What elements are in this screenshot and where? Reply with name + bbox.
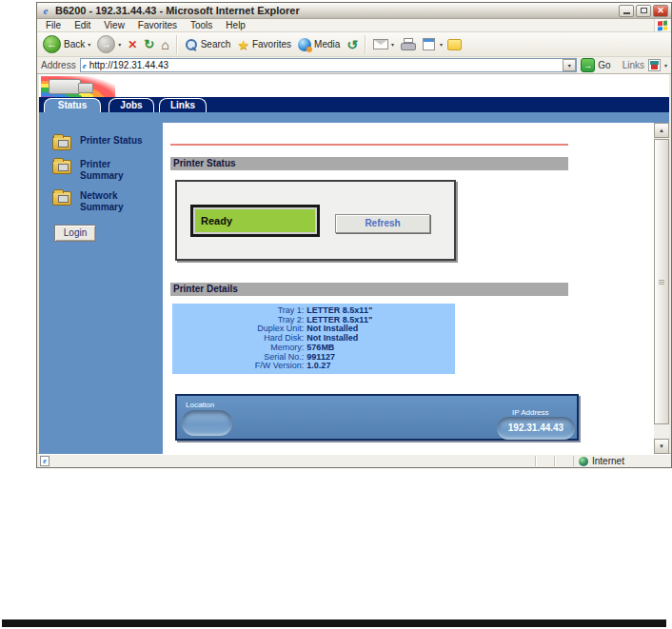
window-titlebar: e B6200 - 192.31.44.43 - Microsoft Inter… bbox=[37, 3, 671, 19]
folder-icon bbox=[52, 136, 71, 150]
restore-icon bbox=[641, 8, 647, 13]
status-panel: Ready Refresh bbox=[175, 180, 456, 261]
menu-help[interactable]: Help bbox=[219, 20, 252, 30]
media-button[interactable]: Media bbox=[296, 37, 342, 52]
messenger-button[interactable] bbox=[445, 38, 464, 51]
forward-dropdown-icon[interactable]: ▾ bbox=[118, 41, 121, 48]
address-label: Address bbox=[41, 60, 76, 70]
sidebar-item-label: Network Summary bbox=[80, 190, 150, 213]
tab-jobs[interactable]: Jobs bbox=[109, 98, 154, 112]
go-icon: → bbox=[581, 58, 595, 72]
location-ip-bar: Location IP Address 192.31.44.43 bbox=[175, 394, 579, 441]
sidebar-item-printer-summary[interactable]: Printer Summary bbox=[39, 159, 163, 182]
stop-button[interactable]: ✕ bbox=[126, 37, 139, 52]
windows-logo-icon bbox=[654, 19, 670, 31]
internet-zone-icon bbox=[579, 457, 588, 466]
home-icon: ⌂ bbox=[161, 37, 168, 52]
menu-view[interactable]: View bbox=[97, 20, 131, 30]
minimize-icon bbox=[623, 12, 630, 14]
scroll-down-button[interactable]: ▼ bbox=[654, 439, 669, 454]
sidebar-item-network-summary[interactable]: Network Summary bbox=[39, 190, 163, 213]
back-button[interactable]: ← Back ▾ bbox=[41, 34, 92, 54]
status-bar-cell bbox=[554, 456, 573, 466]
location-value-pill bbox=[182, 410, 232, 436]
printer-brand-logo bbox=[41, 76, 115, 97]
toolbar-dropdown-icon[interactable]: ▾ bbox=[440, 41, 443, 48]
page-favicon: e bbox=[83, 61, 87, 70]
status-bar-cell bbox=[535, 456, 554, 466]
menu-bar: File Edit View Favorites Tools Help bbox=[37, 19, 671, 32]
tab-underline-strip bbox=[39, 112, 669, 123]
folder-icon bbox=[52, 160, 71, 174]
main-content: Printer Status Ready Refresh Printer Det… bbox=[163, 123, 654, 454]
back-icon: ← bbox=[43, 35, 61, 53]
restore-button[interactable] bbox=[636, 5, 651, 17]
address-url[interactable]: http://192.31.44.43 bbox=[89, 60, 561, 70]
sidebar-item-printer-status[interactable]: Printer Status bbox=[39, 135, 163, 150]
menu-favorites[interactable]: Favorites bbox=[131, 20, 184, 30]
go-button[interactable]: → Go bbox=[581, 58, 610, 72]
login-button[interactable]: Login bbox=[54, 225, 96, 242]
favorites-label: Favorites bbox=[252, 39, 291, 49]
history-button[interactable]: ↺ bbox=[345, 36, 360, 53]
zone-label: Internet bbox=[592, 456, 624, 466]
forward-button[interactable]: → ▾ bbox=[95, 34, 123, 54]
ip-address-label: IP Address bbox=[512, 408, 549, 417]
minimize-button[interactable] bbox=[619, 5, 634, 17]
document-page: e B6200 - 192.31.44.43 - Microsoft Inter… bbox=[0, 0, 672, 629]
sidebar-item-label: Printer Summary bbox=[80, 159, 150, 182]
printer-details-panel: Tray 1: LETTER 8.5x11" Tray 2: LETTER 8.… bbox=[172, 304, 455, 374]
lcd-display: Ready bbox=[190, 205, 320, 237]
mail-dropdown-icon[interactable]: ▾ bbox=[391, 41, 394, 48]
table-row: F/W Version: 1.0.27 bbox=[255, 362, 372, 371]
menu-edit[interactable]: Edit bbox=[68, 20, 97, 30]
folder-icon bbox=[52, 191, 71, 206]
refresh-status-button[interactable]: Refresh bbox=[335, 214, 430, 233]
toolbar-separator bbox=[365, 35, 366, 54]
tab-links[interactable]: Links bbox=[159, 98, 207, 112]
print-button[interactable] bbox=[399, 37, 418, 51]
sidebar: Printer Status Printer Summary Network S… bbox=[39, 123, 163, 454]
edit-button[interactable] bbox=[421, 37, 437, 51]
search-label: Search bbox=[201, 39, 231, 49]
vertical-scrollbar[interactable]: ▲ ▼ bbox=[654, 123, 669, 454]
search-icon bbox=[185, 38, 198, 51]
nav-tab-bar: Status Jobs Links bbox=[39, 97, 669, 112]
toolbar-separator bbox=[176, 35, 178, 54]
ie-logo-icon: e bbox=[40, 5, 51, 16]
red-divider bbox=[170, 144, 568, 146]
printer-status-heading: Printer Status bbox=[170, 157, 568, 170]
links-toolbar-label[interactable]: Links bbox=[623, 60, 644, 70]
scroll-up-button[interactable]: ▲ bbox=[654, 123, 669, 138]
refresh-icon: ↻ bbox=[144, 37, 154, 51]
favorites-icon: ★ bbox=[237, 37, 249, 52]
refresh-button[interactable]: ↻ bbox=[142, 36, 156, 52]
address-dropdown-button[interactable]: ▾ bbox=[563, 59, 576, 71]
browser-viewport: Status Jobs Links Printer Status Printer… bbox=[39, 74, 669, 454]
stop-icon: ✕ bbox=[128, 38, 137, 51]
close-button[interactable]: ✕ bbox=[653, 5, 668, 17]
menu-file[interactable]: File bbox=[39, 20, 68, 30]
status-bar: e Internet bbox=[37, 454, 671, 467]
scrollbar-thumb[interactable] bbox=[654, 139, 669, 424]
edit-icon bbox=[423, 38, 435, 50]
addon-dropdown-icon[interactable]: ▾ bbox=[664, 62, 667, 69]
addon-icon[interactable] bbox=[648, 59, 661, 71]
ip-address-value: 192.31.44.43 bbox=[497, 417, 575, 440]
address-bar: Address e http://192.31.44.43 ▾ → Go Lin… bbox=[37, 57, 671, 74]
search-button[interactable]: Search bbox=[183, 37, 233, 52]
window-controls: ✕ bbox=[619, 5, 668, 17]
address-input[interactable]: e http://192.31.44.43 ▾ bbox=[80, 58, 578, 72]
history-icon: ↺ bbox=[346, 37, 358, 52]
back-dropdown-icon[interactable]: ▾ bbox=[88, 41, 90, 48]
menu-tools[interactable]: Tools bbox=[184, 20, 219, 30]
detail-value: 1.0.27 bbox=[304, 362, 372, 371]
mail-button[interactable]: ▾ bbox=[371, 38, 396, 50]
printer-logo-icon bbox=[49, 79, 81, 94]
favorites-button[interactable]: ★ Favorites bbox=[235, 36, 293, 53]
tab-status[interactable]: Status bbox=[44, 98, 101, 112]
messenger-icon bbox=[447, 39, 462, 50]
home-button[interactable]: ⌂ bbox=[159, 36, 170, 53]
printer-details-heading: Printer Details bbox=[170, 283, 568, 296]
window-title: B6200 - 192.31.44.43 - Microsoft Interne… bbox=[55, 5, 615, 16]
